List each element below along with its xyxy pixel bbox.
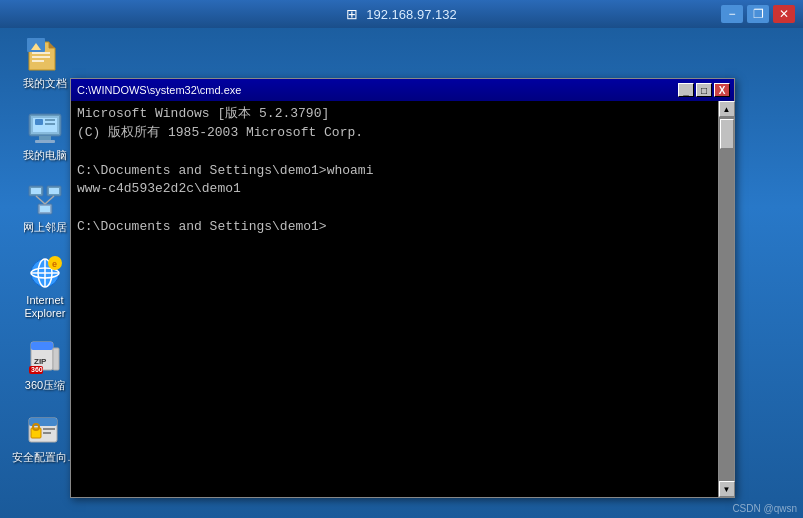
- svg-rect-2: [32, 52, 50, 54]
- watermark-text: CSDN @qwsn: [732, 503, 797, 514]
- svg-rect-21: [49, 188, 59, 194]
- ie-img: e: [27, 255, 63, 291]
- my-documents-label: 我的文档: [23, 77, 67, 90]
- watermark: CSDN @qwsn: [732, 503, 797, 514]
- svg-text:e: e: [52, 259, 57, 269]
- cmd-output: Microsoft Windows [版本 5.2.3790] (C) 版权所有…: [77, 105, 712, 237]
- svg-line-19: [45, 196, 54, 204]
- cmd-controls: _ □ X: [678, 83, 730, 97]
- svg-rect-13: [45, 119, 55, 121]
- desktop: 我的文档 我的电脑: [0, 28, 803, 518]
- cmd-line4: C:\Documents and Settings\demo1>whoami: [77, 163, 373, 178]
- svg-rect-40: [43, 428, 55, 430]
- scroll-up-button[interactable]: ▲: [719, 101, 735, 117]
- cmd-title-bar[interactable]: C:\WINDOWS\system32\cmd.exe _ □ X: [71, 79, 734, 101]
- svg-rect-20: [31, 188, 41, 194]
- cmd-content: Microsoft Windows [版本 5.2.3790] (C) 版权所有…: [71, 101, 734, 497]
- svg-rect-10: [35, 140, 55, 143]
- cmd-line7: C:\Documents and Settings\demo1>: [77, 219, 327, 234]
- network-img: [27, 182, 63, 218]
- scroll-track: [719, 117, 734, 481]
- svg-marker-1: [49, 42, 55, 48]
- cmd-maximize-button[interactable]: □: [696, 83, 712, 97]
- restore-button[interactable]: ❐: [747, 5, 769, 23]
- close-button[interactable]: ✕: [773, 5, 795, 23]
- title-bar-icon: ⊞: [346, 6, 358, 22]
- cmd-line2: (C) 版权所有 1985-2003 Microsoft Corp.: [77, 125, 363, 140]
- scroll-thumb[interactable]: [720, 119, 734, 149]
- svg-text:360: 360: [31, 366, 43, 373]
- svg-text:ZIP: ZIP: [34, 357, 47, 366]
- svg-rect-31: [31, 342, 53, 350]
- svg-rect-41: [43, 432, 51, 434]
- svg-rect-22: [40, 206, 50, 212]
- cmd-title-text: C:\WINDOWS\system32\cmd.exe: [77, 84, 241, 96]
- security-config-label: 安全配置向…: [12, 451, 78, 464]
- title-bar-center: ⊞ 192.168.97.132: [346, 6, 456, 22]
- svg-rect-3: [32, 56, 50, 58]
- cmd-scrollbar: ▲ ▼: [718, 101, 734, 497]
- security-config-img: [27, 412, 63, 448]
- svg-rect-14: [45, 123, 55, 125]
- my-documents-img: [27, 38, 63, 74]
- svg-rect-9: [39, 136, 51, 140]
- svg-rect-32: [53, 348, 59, 370]
- cmd-close-button[interactable]: X: [714, 83, 730, 97]
- svg-rect-4: [32, 60, 44, 62]
- title-bar-controls: − ❐ ✕: [721, 5, 795, 23]
- main-title-bar: ⊞ 192.168.97.132 − ❐ ✕: [0, 0, 803, 28]
- cmd-line5: www-c4d593e2d2c\demo1: [77, 181, 241, 196]
- zip360-label: 360压缩: [25, 379, 65, 392]
- cmd-window: C:\WINDOWS\system32\cmd.exe _ □ X Micros…: [70, 78, 735, 498]
- cmd-text-area: Microsoft Windows [版本 5.2.3790] (C) 版权所有…: [71, 101, 718, 497]
- cmd-line1: Microsoft Windows [版本 5.2.3790]: [77, 106, 329, 121]
- my-computer-img: [27, 110, 63, 146]
- network-label: 网上邻居: [23, 221, 67, 234]
- svg-line-18: [36, 196, 45, 204]
- minimize-button[interactable]: −: [721, 5, 743, 23]
- title-bar-ip: 192.168.97.132: [366, 7, 456, 22]
- zip360-img: ZIP 360: [27, 340, 63, 376]
- scroll-down-button[interactable]: ▼: [719, 481, 735, 497]
- my-computer-label: 我的电脑: [23, 149, 67, 162]
- svg-rect-12: [35, 119, 43, 125]
- cmd-minimize-button[interactable]: _: [678, 83, 694, 97]
